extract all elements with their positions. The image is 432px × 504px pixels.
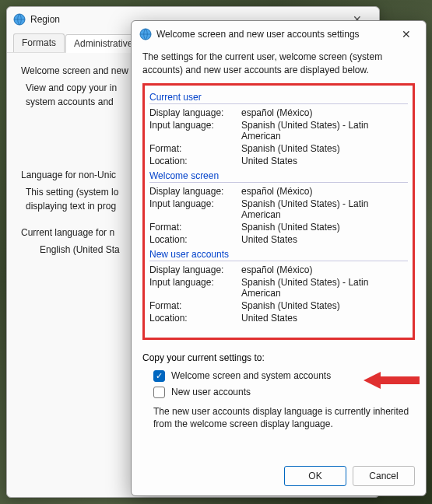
- kv-val: Spanish (United States) - Latin American: [241, 120, 408, 142]
- globe-icon: [13, 13, 26, 26]
- kv-val: Spanish (United States): [241, 300, 408, 311]
- welcome-body: The settings for the current user, welco…: [132, 47, 426, 458]
- section-current-user-header: Current user: [149, 90, 408, 104]
- welcome-close-button[interactable]: ✕: [395, 25, 418, 44]
- kv-row: Display language:español (México): [149, 264, 408, 276]
- checkbox-newuser-label: New user accounts: [171, 387, 251, 397]
- welcome-intro: The settings for the current user, welco…: [142, 51, 415, 77]
- tab-administrative[interactable]: Administrative: [65, 34, 141, 53]
- kv-key: Location:: [149, 234, 241, 245]
- kv-val: United States: [241, 156, 408, 166]
- copy-note: The new user accounts display language i…: [153, 405, 415, 432]
- checkbox-newuser[interactable]: [153, 387, 165, 398]
- section-welcome-header: Welcome screen: [149, 169, 408, 183]
- kv-val: Spanish (United States): [241, 222, 408, 233]
- copy-label: Copy your current settings to:: [142, 352, 415, 363]
- kv-val: Spanish (United States) - Latin American: [241, 277, 408, 299]
- kv-row: Display language:español (México): [149, 185, 408, 198]
- kv-val: Spanish (United States) - Latin American: [241, 198, 408, 220]
- kv-val: United States: [241, 313, 408, 324]
- kv-key: Display language:: [149, 107, 241, 118]
- kv-key: Location:: [149, 313, 241, 324]
- kv-row: Location:United States: [149, 312, 408, 324]
- globe-icon: [139, 28, 152, 40]
- kv-key: Input language:: [149, 120, 241, 142]
- kv-row: Format:Spanish (United States): [149, 142, 408, 155]
- tab-formats[interactable]: Formats: [13, 33, 65, 52]
- kv-val: español (México): [241, 264, 408, 275]
- kv-key: Display language:: [149, 264, 241, 275]
- kv-val: Spanish (United States): [241, 143, 408, 154]
- settings-highlight-box: Current user Display language:español (M…: [142, 83, 415, 340]
- welcome-titlebar: Welcome screen and new user accounts set…: [132, 21, 426, 47]
- kv-key: Format:: [149, 300, 241, 311]
- kv-key: Display language:: [149, 186, 241, 197]
- kv-row: Input language:Spanish (United States) -…: [149, 198, 408, 221]
- kv-row: Display language:español (México): [149, 107, 408, 119]
- checkbox-welcome[interactable]: [153, 370, 165, 382]
- kv-row: Format:Spanish (United States): [149, 299, 408, 312]
- section-newuser-header: New user accounts: [149, 247, 408, 261]
- checkbox-newuser-row[interactable]: New user accounts: [142, 384, 415, 401]
- button-row: OK Cancel: [132, 458, 426, 495]
- kv-row: Location:United States: [149, 233, 408, 246]
- kv-key: Format:: [149, 222, 241, 233]
- welcome-dialog: Welcome screen and new user accounts set…: [131, 20, 427, 496]
- kv-val: español (México): [241, 107, 408, 118]
- checkbox-welcome-label: Welcome screen and system accounts: [171, 370, 331, 381]
- kv-row: Format:Spanish (United States): [149, 221, 408, 233]
- kv-row: Input language:Spanish (United States) -…: [149, 119, 408, 142]
- kv-key: Format:: [149, 143, 241, 154]
- ok-button[interactable]: OK: [284, 466, 346, 486]
- welcome-title: Welcome screen and new user accounts set…: [156, 29, 395, 40]
- kv-val: United States: [241, 234, 408, 245]
- kv-row: Location:United States: [149, 155, 408, 167]
- copy-section: Copy your current settings to: Welcome s…: [142, 352, 415, 432]
- kv-val: español (México): [241, 186, 408, 197]
- kv-key: Location:: [149, 156, 241, 166]
- checkbox-welcome-row[interactable]: Welcome screen and system accounts: [142, 368, 415, 384]
- kv-key: Input language:: [149, 198, 241, 220]
- kv-row: Input language:Spanish (United States) -…: [149, 276, 408, 299]
- kv-key: Input language:: [149, 277, 241, 299]
- cancel-button[interactable]: Cancel: [353, 466, 415, 486]
